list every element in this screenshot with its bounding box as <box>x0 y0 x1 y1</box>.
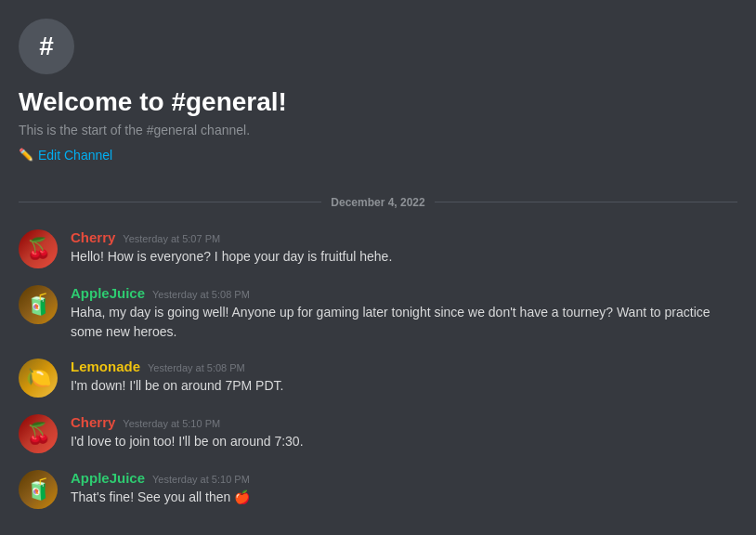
pencil-icon: ✏️ <box>19 148 33 162</box>
avatar-applejuice-bg-2: 🧃 <box>19 470 58 509</box>
channel-header: # Welcome to #general! This is the start… <box>0 0 756 189</box>
message-header: Cherry Yesterday at 5:10 PM <box>71 414 737 430</box>
timestamp: Yesterday at 5:10 PM <box>152 474 250 485</box>
message-content: Cherry Yesterday at 5:10 PM I'd love to … <box>71 414 737 453</box>
table-row: 🧃 AppleJuice Yesterday at 5:08 PM Haha, … <box>19 280 737 347</box>
table-row: 🍒 Cherry Yesterday at 5:10 PM I'd love t… <box>19 409 737 459</box>
timestamp: Yesterday at 5:08 PM <box>148 362 245 373</box>
table-row: 🧃 AppleJuice Yesterday at 5:10 PM That's… <box>19 464 737 515</box>
message-header: Lemonade Yesterday at 5:08 PM <box>71 359 737 374</box>
hash-symbol: # <box>39 32 54 61</box>
message-content: AppleJuice Yesterday at 5:08 PM Haha, my… <box>71 285 737 342</box>
message-header: AppleJuice Yesterday at 5:10 PM <box>71 470 737 486</box>
table-row: 🍒 Cherry Yesterday at 5:07 PM Hello! How… <box>19 224 737 274</box>
date-label: December 4, 2022 <box>331 196 424 209</box>
message-header: Cherry Yesterday at 5:07 PM <box>71 229 737 245</box>
timestamp: Yesterday at 5:10 PM <box>123 418 220 429</box>
username: AppleJuice <box>71 470 145 486</box>
avatar: 🧃 <box>19 470 58 509</box>
avatar-cherry-bg: 🍒 <box>19 229 58 268</box>
channel-description: This is the start of the #general channe… <box>19 123 737 137</box>
edit-channel-label: Edit Channel <box>38 148 112 163</box>
message-text: I'm down! I'll be on around 7PM PDT. <box>71 376 737 396</box>
message-text: That's fine! See you all then 🍎 <box>71 488 737 507</box>
username: Cherry <box>71 414 115 430</box>
timestamp: Yesterday at 5:08 PM <box>152 289 250 300</box>
message-content: AppleJuice Yesterday at 5:10 PM That's f… <box>71 470 737 509</box>
message-content: Cherry Yesterday at 5:07 PM Hello! How i… <box>71 229 737 268</box>
messages-container: 🍒 Cherry Yesterday at 5:07 PM Hello! How… <box>0 224 756 515</box>
message-header: AppleJuice Yesterday at 5:08 PM <box>71 285 737 301</box>
avatar-applejuice-bg: 🧃 <box>19 285 58 324</box>
channel-title: Welcome to #general! <box>19 87 737 117</box>
avatar-lemonade-bg: 🍋 <box>19 359 58 398</box>
message-text: Hello! How is everyone? I hope your day … <box>71 247 737 267</box>
message-text: Haha, my day is going well! Anyone up fo… <box>71 303 737 342</box>
avatar: 🍒 <box>19 229 58 268</box>
avatar-cherry-bg-2: 🍒 <box>19 414 58 453</box>
avatar: 🍋 <box>19 359 58 398</box>
avatar: 🍒 <box>19 414 58 453</box>
username: Lemonade <box>71 359 140 374</box>
table-row: 🍋 Lemonade Yesterday at 5:08 PM I'm down… <box>19 353 737 403</box>
timestamp: Yesterday at 5:07 PM <box>123 233 220 244</box>
edit-channel-button[interactable]: ✏️ Edit Channel <box>19 148 112 163</box>
avatar: 🧃 <box>19 285 58 324</box>
date-divider: December 4, 2022 <box>0 189 756 216</box>
message-content: Lemonade Yesterday at 5:08 PM I'm down! … <box>71 359 737 398</box>
username: Cherry <box>71 229 115 245</box>
channel-icon: # <box>19 19 74 74</box>
message-text: I'd love to join too! I'll be on around … <box>71 432 737 451</box>
username: AppleJuice <box>71 285 145 301</box>
